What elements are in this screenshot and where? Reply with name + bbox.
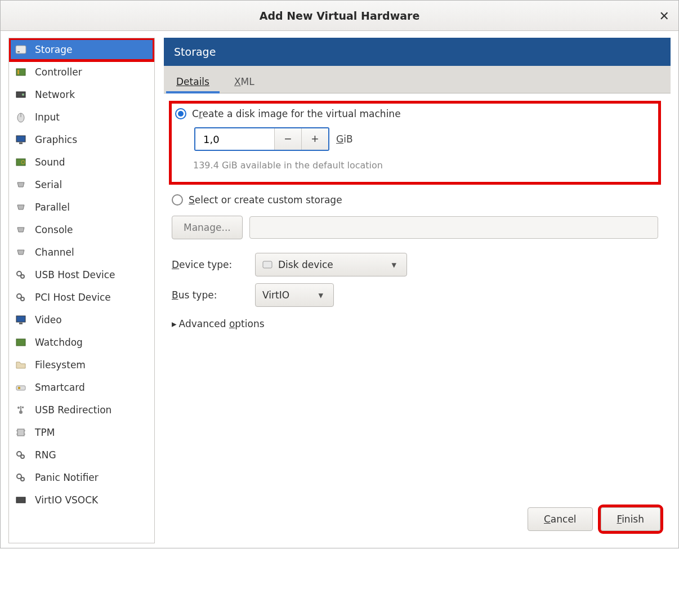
svg-point-33 bbox=[21, 477, 24, 481]
usb-icon bbox=[15, 404, 27, 416]
sidebar-item-label: USB Redirection bbox=[35, 404, 111, 416]
tab-bar: Details XML bbox=[164, 66, 671, 93]
nic-icon bbox=[15, 494, 27, 506]
sidebar-item-label: Serial bbox=[35, 179, 62, 190]
radio-label: Create a disk image for the virtual mach… bbox=[192, 108, 401, 119]
svg-rect-25 bbox=[17, 429, 24, 436]
sidebar-item-sound[interactable]: Sound bbox=[9, 151, 154, 173]
gears-icon bbox=[15, 471, 27, 484]
sidebar-item-graphics[interactable]: Graphics bbox=[9, 128, 154, 151]
nic-icon bbox=[15, 88, 27, 101]
tab-label: XML bbox=[234, 76, 254, 87]
sidebar-item-label: Panic Notifier bbox=[35, 472, 99, 483]
finish-button[interactable]: Finish bbox=[601, 507, 660, 531]
sidebar-item-filesystem[interactable]: Filesystem bbox=[9, 354, 154, 376]
tab-xml[interactable]: XML bbox=[222, 72, 267, 93]
svg-rect-9 bbox=[19, 142, 23, 144]
sidebar-item-tpm[interactable]: TPM bbox=[9, 421, 154, 444]
spin-minus-button[interactable]: − bbox=[274, 128, 301, 150]
triangle-right-icon: ▸ bbox=[172, 318, 177, 329]
port-icon bbox=[15, 224, 27, 236]
gears-icon bbox=[15, 449, 27, 461]
mouse-icon bbox=[15, 111, 27, 123]
sidebar-item-network[interactable]: Network bbox=[9, 83, 154, 106]
svg-rect-3 bbox=[17, 70, 19, 74]
svg-point-23 bbox=[17, 407, 20, 409]
svg-point-13 bbox=[21, 275, 24, 278]
sidebar-item-label: Channel bbox=[35, 247, 74, 258]
tab-details[interactable]: Details bbox=[164, 72, 222, 93]
sidebar-item-parallel[interactable]: Parallel bbox=[9, 196, 154, 218]
sidebar-item-console[interactable]: Console bbox=[9, 218, 154, 241]
svg-rect-17 bbox=[19, 323, 23, 324]
disk-size-spinbox: − + bbox=[194, 127, 329, 151]
combo-value: VirtIO bbox=[262, 289, 289, 301]
card-icon bbox=[15, 336, 27, 349]
radio-icon[interactable] bbox=[172, 194, 183, 206]
sidebar-item-serial[interactable]: Serial bbox=[9, 173, 154, 196]
sidebar-item-panic[interactable]: Panic Notifier bbox=[9, 466, 154, 489]
hardware-sidebar: Storage Controller Network Input Graphic… bbox=[8, 38, 155, 543]
sidebar-item-label: Console bbox=[35, 224, 73, 235]
svg-rect-35 bbox=[263, 261, 272, 268]
sidebar-item-label: PCI Host Device bbox=[35, 292, 111, 303]
disk-size-input[interactable] bbox=[195, 128, 274, 150]
svg-rect-1 bbox=[17, 51, 20, 52]
chevron-down-icon: ▾ bbox=[391, 259, 396, 270]
sidebar-item-label: TPM bbox=[35, 427, 55, 438]
svg-rect-18 bbox=[16, 339, 25, 346]
card-icon bbox=[15, 66, 27, 78]
sidebar-item-watchdog[interactable]: Watchdog bbox=[9, 331, 154, 354]
sidebar-item-label: Graphics bbox=[35, 134, 77, 145]
svg-point-5 bbox=[22, 93, 24, 96]
sidebar-item-usb-redir[interactable]: USB Redirection bbox=[9, 399, 154, 421]
svg-rect-19 bbox=[16, 386, 25, 390]
close-icon[interactable]: ✕ bbox=[659, 8, 669, 23]
port-icon bbox=[15, 246, 27, 258]
content-area: Create a disk image for the virtual mach… bbox=[164, 93, 671, 503]
radio-custom-storage[interactable]: Select or create custom storage bbox=[172, 194, 658, 206]
sidebar-item-label: Input bbox=[35, 111, 60, 123]
advanced-options-expander[interactable]: ▸ Advanced options bbox=[172, 318, 658, 329]
cancel-button[interactable]: Cancel bbox=[528, 507, 593, 531]
device-type-label: Device type: bbox=[172, 259, 245, 270]
svg-point-15 bbox=[21, 297, 24, 301]
combo-value: Disk device bbox=[278, 259, 333, 270]
custom-storage-row: Manage... bbox=[172, 216, 658, 239]
sound-icon bbox=[15, 156, 27, 168]
sidebar-item-channel[interactable]: Channel bbox=[9, 241, 154, 264]
chip-icon bbox=[15, 426, 27, 439]
storage-path-field[interactable] bbox=[249, 216, 658, 239]
radio-create-disk[interactable]: Create a disk image for the virtual mach… bbox=[175, 108, 655, 119]
sidebar-item-usb-host[interactable]: USB Host Device bbox=[9, 264, 154, 286]
create-disk-section: Create a disk image for the virtual mach… bbox=[172, 104, 658, 182]
manage-button[interactable]: Manage... bbox=[172, 216, 243, 239]
svg-rect-16 bbox=[16, 316, 25, 322]
sidebar-item-label: Filesystem bbox=[35, 359, 86, 371]
display-icon bbox=[15, 133, 27, 146]
sidebar-item-smartcard[interactable]: Smartcard bbox=[9, 376, 154, 399]
display-icon bbox=[15, 314, 27, 326]
sidebar-item-storage[interactable]: Storage bbox=[9, 38, 154, 61]
dialog-body: Storage Controller Network Input Graphic… bbox=[1, 31, 678, 548]
bus-type-combo[interactable]: VirtIO ▾ bbox=[255, 283, 334, 307]
gears-icon bbox=[15, 269, 27, 281]
device-type-row: Device type: Disk device ▾ bbox=[172, 253, 658, 276]
panel-header-title: Storage bbox=[164, 38, 671, 66]
svg-rect-10 bbox=[16, 159, 25, 166]
spin-plus-button[interactable]: + bbox=[301, 128, 328, 150]
sidebar-item-vsock[interactable]: VirtIO VSOCK bbox=[9, 489, 154, 511]
sidebar-item-rng[interactable]: RNG bbox=[9, 444, 154, 466]
disk-icon bbox=[15, 43, 27, 56]
device-type-combo[interactable]: Disk device ▾ bbox=[255, 253, 407, 276]
sidebar-item-input[interactable]: Input bbox=[9, 106, 154, 128]
main-panel: Storage Details XML Create a disk image … bbox=[164, 38, 671, 543]
smartcard-icon bbox=[15, 381, 27, 394]
radio-icon[interactable] bbox=[175, 108, 186, 119]
sidebar-item-video[interactable]: Video bbox=[9, 309, 154, 331]
sidebar-item-label: Video bbox=[35, 314, 62, 325]
disk-icon bbox=[262, 260, 273, 270]
sidebar-item-controller[interactable]: Controller bbox=[9, 61, 154, 83]
dialog-footer: Cancel Finish bbox=[164, 503, 671, 543]
sidebar-item-pci-host[interactable]: PCI Host Device bbox=[9, 286, 154, 309]
